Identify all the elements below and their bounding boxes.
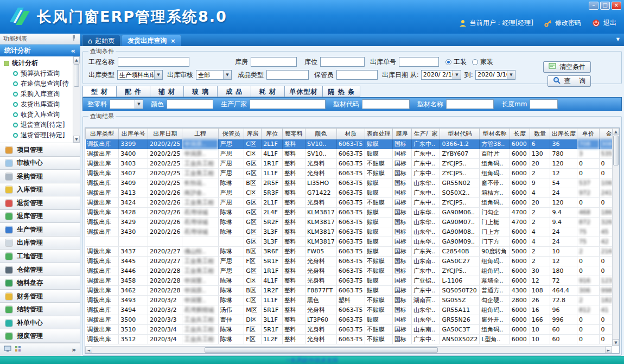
scroll-up-icon[interactable]: ▲ [613, 128, 619, 135]
maximize-button[interactable]: □ [600, 2, 610, 10]
sidebar-item-退货管理[interactable]: 退货管理 [0, 196, 80, 210]
column-header[interactable]: 膜厚 [392, 129, 411, 139]
date-from-picker[interactable]: 2020/ 2/16 ▼ [421, 70, 461, 80]
scroll-up-icon[interactable]: ▲ [73, 56, 80, 63]
grid-icon[interactable] [15, 346, 21, 354]
material-tab-耗材[interactable]: 耗 材 [251, 86, 284, 97]
scroll-thumb[interactable] [74, 64, 79, 87]
column-header[interactable]: 工程 [182, 129, 218, 139]
column-header[interactable]: 生产厂家 [411, 129, 440, 139]
color-input[interactable] [167, 99, 213, 109]
table-row[interactable]: 调拨出库34932020/3/2华润置..陈琳C区1L1F整料黑色塑料不贴膜国标… [86, 296, 619, 305]
column-header[interactable]: 出库类型 [86, 129, 119, 139]
column-header[interactable]: 单价 [577, 129, 599, 139]
sidebar-item-生产管理[interactable]: 生产管理 [0, 223, 80, 237]
horizontal-scrollbar[interactable]: ◄ ► [85, 346, 612, 353]
tree-item[interactable]: 在途信息查询[待 [0, 79, 80, 89]
radio-家装[interactable]: 家装 [472, 58, 493, 67]
sidebar-item-出库管理[interactable]: 出库管理 [0, 237, 80, 250]
sidebar-item-项目管理[interactable]: 项目管理 [0, 143, 80, 157]
table-row[interactable]: 调拨出库34282020/2/26石湾绿城陈琳G区2L4F整料KLM381760… [86, 208, 619, 218]
tree-item[interactable]: 发货出库查询 [0, 99, 80, 110]
keeper-input[interactable] [336, 70, 378, 80]
table-row[interactable]: 调拨出库35002020/3/3工业共工程曹佳D区3L1F整料LT3P60606… [86, 315, 619, 325]
column-header[interactable]: 数量 [530, 129, 550, 139]
material-tab-配件[interactable]: 配 件 [116, 86, 150, 97]
column-header[interactable]: 库房 [244, 129, 262, 139]
table-row[interactable]: 调拨出库34372020/2/27佛山恒..陈琳B区3R6F整料FW056063… [86, 247, 619, 257]
clear-conditions-button[interactable]: 清空条件 [543, 61, 591, 73]
warehouse-input[interactable] [251, 57, 297, 67]
sidebar-item-报废管理[interactable]: 报废管理 [0, 329, 80, 343]
close-button[interactable]: × [612, 2, 621, 10]
close-icon[interactable]: × [170, 37, 175, 44]
location-input[interactable] [320, 57, 365, 67]
column-header[interactable]: 库位 [262, 129, 282, 139]
scroll-left-icon[interactable]: ◄ [85, 347, 92, 353]
tree-item[interactable]: 退货管理[待定] [0, 130, 80, 141]
column-header[interactable]: 表面处理 [365, 129, 392, 139]
profile-code-input[interactable] [362, 99, 410, 109]
sidebar-item-采购管理[interactable]: 采购管理 [0, 170, 80, 183]
audit-select[interactable]: 全部 ▼ [196, 70, 232, 80]
tree-item[interactable]: 退货查询[待定] [0, 120, 80, 130]
column-header[interactable]: 长度 [510, 129, 530, 139]
sidebar-item-物料盘存[interactable]: 物料盘存 [0, 276, 80, 290]
column-header[interactable]: 颜色 [305, 129, 336, 139]
vertical-scrollbar[interactable]: ▲ ▼ [612, 128, 619, 346]
table-row[interactable]: 调拨出库34462020/2/28工业美工程严思G区1R1F整料光身料6063-… [86, 266, 619, 276]
column-header[interactable]: 型材代码 [440, 129, 480, 139]
column-header[interactable]: 型材名称 [480, 129, 510, 139]
scroll-thumb[interactable] [205, 347, 438, 353]
product-type-input[interactable] [266, 70, 309, 80]
whole-part-select[interactable]: 全部 ▼ [110, 99, 143, 109]
tree-root[interactable]: 统计分析 [0, 58, 80, 68]
sidebar-item-退库管理[interactable]: 退库管理 [0, 210, 80, 223]
manufacturer-input[interactable] [250, 99, 326, 109]
logout-link[interactable]: 退出 [603, 18, 616, 28]
column-header[interactable]: 出库日期 [148, 129, 182, 139]
table-row[interactable]: 调拨出库34942020/3/2石湾辉煌城汤伟M区5R1F整料光身料6063-T… [86, 305, 619, 315]
sidebar-item-补单中心[interactable]: 补单中心 [0, 316, 80, 330]
column-header[interactable]: 材质 [336, 129, 365, 139]
column-header[interactable]: 整零料 [282, 129, 305, 139]
sidebar-item-结转管理[interactable]: 结转管理 [0, 303, 80, 316]
material-tab-单体型材[interactable]: 单体型材 [284, 86, 322, 97]
material-tab-玻璃[interactable]: 玻 璃 [183, 86, 217, 97]
out-type-select[interactable]: 生产领料出库 ▼ [117, 70, 163, 80]
table-row[interactable]: 调拨出库34622020/2/28华润原..陈琳B区1R2F整料F8877FT6… [86, 286, 619, 296]
tree-item[interactable]: 收货入库查询 [0, 110, 80, 120]
table-row[interactable]: 调拨出库34002020/2/25华润原..严思C区4L1F整料SV10..60… [86, 149, 619, 159]
table-row[interactable]: 调拨出库34132020/2/26南沙金..严思C区5R3F整料G7142260… [86, 188, 619, 198]
table-row[interactable]: 调拨出库34072020/2/25工业美工程严思G区1L1F整料光身料6063-… [86, 169, 619, 178]
table-row[interactable]: 调拨出库34092020/2/25长怡花..陈琳B区2R5F整料LI35HO60… [86, 178, 619, 188]
tree-scrollbar[interactable]: ▲ ▼ [73, 56, 80, 143]
table-row[interactable]: 调拨出库34452020/2/27工业美工程严思F区5R1F整料光身料6063-… [86, 257, 619, 266]
material-tab-型材[interactable]: 型 材 [82, 86, 116, 97]
date-to-picker[interactable]: 2020/ 3/16 ▼ [475, 70, 515, 80]
table-row[interactable]: 调拨出库35122020/3/4工业共工程陈琳F区1L2F整料光身料6063-T… [86, 335, 619, 344]
sidebar-section-header[interactable]: 统计分析 « [0, 44, 80, 56]
project-name-input[interactable] [118, 57, 189, 67]
table-row[interactable]: 调拨出库33992020/2/25华润原..严思C区2L1F整料SV10..60… [86, 139, 619, 149]
sidebar-item-工地管理[interactable]: 工地管理 [0, 250, 80, 263]
scroll-right-icon[interactable]: ► [605, 347, 612, 353]
tab-起始页[interactable]: ⌂起始页 [82, 35, 120, 46]
table-row[interactable]: 调拨出库35102020/3/4工业共工程陈琳F区5R1F整料光身料6063-T… [86, 325, 619, 335]
sidebar-item-财务管理[interactable]: 财务管理 [0, 290, 80, 303]
table-row[interactable]: 调拨出库34242020/2/26工业美工程严思G区2L1F整料光身料6063-… [86, 198, 619, 208]
table-row[interactable]: 调拨出库34302020/2/26石湾绿城陈琳G区3L3F整料KLM381760… [86, 227, 619, 237]
profile-name-input[interactable] [446, 99, 494, 109]
column-header[interactable]: 保管员 [218, 129, 244, 139]
scroll-down-icon[interactable]: ▼ [73, 136, 80, 143]
table-row[interactable]: 调拨出库34582020/2/28华润置..陈琳C区4L1F整料光身料6063-… [86, 276, 619, 286]
material-tab-辅材[interactable]: 辅 材 [150, 86, 183, 97]
radio-工装[interactable]: 工装 [445, 58, 467, 67]
sidebar-item-仓储管理[interactable]: 仓储管理 [0, 263, 80, 277]
tab-发货出库查询[interactable]: 发货出库查询× [122, 35, 181, 46]
sidebar-item-审核中心[interactable]: 审核中心 [0, 157, 80, 170]
chevrons-right-icon[interactable]: » [72, 346, 76, 354]
column-header[interactable]: 出库长度 [550, 129, 577, 139]
scroll-thumb[interactable] [613, 136, 619, 165]
tree-item[interactable]: 采购入库查询 [0, 89, 80, 99]
